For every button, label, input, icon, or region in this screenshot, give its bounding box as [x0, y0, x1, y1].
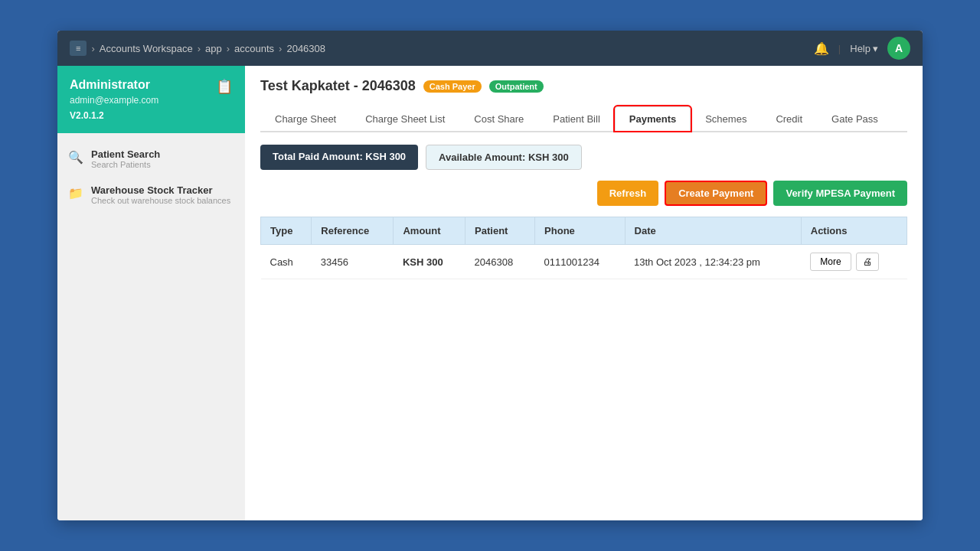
sidebar: Administrator admin@example.com V2.0.1.2…: [57, 66, 245, 520]
available-amount-box: Available Amount: KSH 300: [426, 145, 582, 170]
col-amount: Amount: [394, 217, 466, 245]
tab-gate-pass[interactable]: Gate Pass: [817, 106, 893, 131]
help-chevron: ▾: [873, 43, 878, 54]
badge-outpatient: Outpatient: [489, 80, 544, 93]
table-header-row: Type Reference Amount Patient Phone Date…: [261, 217, 907, 245]
breadcrumb-workspace[interactable]: Accounts Workspace: [100, 43, 193, 54]
col-reference: Reference: [312, 217, 394, 245]
logo[interactable]: ≡: [70, 41, 87, 56]
profile-email: admin@example.com: [70, 95, 158, 106]
tab-charge-sheet[interactable]: Charge Sheet: [260, 106, 351, 131]
more-button[interactable]: More: [810, 253, 851, 271]
nav-right: 🔔 | Help ▾ A: [814, 37, 910, 60]
print-button[interactable]: 🖨: [856, 253, 879, 271]
profile-name: Administrator: [70, 78, 158, 92]
tab-schemes[interactable]: Schemes: [691, 106, 761, 131]
create-payment-button[interactable]: Create Payment: [665, 181, 767, 206]
verify-mpesa-button[interactable]: Verify MPESA Payment: [773, 181, 907, 206]
cell-amount: KSH 300: [394, 245, 466, 279]
total-paid-label: Total Paid Amount:: [273, 151, 363, 162]
available-amount: KSH 300: [528, 152, 569, 163]
sidebar-patient-text: Patient Search Search Patients: [91, 148, 160, 169]
sidebar-patient-subtitle: Search Patients: [91, 160, 160, 169]
payments-table: Type Reference Amount Patient Phone Date…: [260, 217, 907, 279]
chevron-icon-3: ›: [227, 43, 230, 54]
tabs-container: Charge Sheet Charge Sheet List Cost Shar…: [260, 106, 907, 132]
search-icon: 🔍: [68, 150, 83, 165]
page-header: Test Kapkatet - 2046308 Cash Payer Outpa…: [260, 78, 907, 94]
cell-phone: 0111001234: [535, 245, 625, 279]
sidebar-menu: 🔍 Patient Search Search Patients 📁 Wareh…: [57, 133, 245, 220]
profile-version: V2.0.1.2: [70, 110, 158, 121]
cell-date: 13th Oct 2023 , 12:34:23 pm: [625, 245, 801, 279]
breadcrumb: ≡ › Accounts Workspace › app › accounts …: [70, 41, 325, 56]
tab-patient-bill[interactable]: Patient Bill: [538, 106, 614, 131]
col-actions: Actions: [801, 217, 906, 245]
sidebar-patient-title: Patient Search: [91, 148, 160, 160]
col-phone: Phone: [535, 217, 625, 245]
tab-charge-sheet-list[interactable]: Charge Sheet List: [351, 106, 459, 131]
page-title: Test Kapkatet - 2046308: [260, 78, 416, 94]
nav-divider: |: [838, 43, 841, 54]
help-label: Help: [850, 43, 871, 54]
sidebar-item-patient-search[interactable]: 🔍 Patient Search Search Patients: [57, 141, 245, 177]
profile-info: Administrator admin@example.com V2.0.1.2: [70, 78, 158, 121]
breadcrumb-accounts[interactable]: accounts: [234, 43, 274, 54]
tab-cost-share[interactable]: Cost Share: [459, 106, 538, 131]
sidebar-warehouse-text: Warehouse Stock Tracker Check out wareho…: [91, 184, 230, 205]
user-avatar[interactable]: A: [887, 37, 910, 60]
available-label: Available Amount:: [439, 152, 525, 163]
actions-cell: More 🖨: [810, 253, 897, 271]
breadcrumb-app[interactable]: app: [205, 43, 222, 54]
sidebar-warehouse-title: Warehouse Stock Tracker: [91, 184, 230, 196]
sidebar-warehouse-subtitle: Check out warehouse stock balances: [91, 196, 230, 205]
tab-credit[interactable]: Credit: [761, 106, 817, 131]
chevron-icon-4: ›: [279, 43, 282, 54]
folder-icon: 📁: [68, 186, 83, 201]
chevron-icon-2: ›: [198, 43, 201, 54]
copy-icon[interactable]: 📋: [216, 78, 233, 95]
refresh-button[interactable]: Refresh: [597, 181, 658, 206]
top-nav: ≡ › Accounts Workspace › app › accounts …: [57, 31, 923, 66]
help-button[interactable]: Help ▾: [850, 43, 878, 54]
cell-reference: 33456: [312, 245, 394, 279]
badge-cash-payer: Cash Payer: [423, 80, 482, 93]
summary-row: Total Paid Amount: KSH 300 Available Amo…: [260, 145, 907, 170]
total-paid-amount: KSH 300: [365, 151, 406, 162]
main-layout: Administrator admin@example.com V2.0.1.2…: [57, 66, 923, 520]
tab-payments[interactable]: Payments: [615, 106, 691, 131]
cell-patient: 2046308: [466, 245, 535, 279]
action-buttons: Refresh Create Payment Verify MPESA Paym…: [260, 181, 907, 206]
amount-bold: KSH 300: [403, 256, 443, 268]
col-patient: Patient: [466, 217, 535, 245]
cell-type: Cash: [261, 245, 312, 279]
col-type: Type: [261, 217, 312, 245]
cell-actions: More 🖨: [801, 245, 906, 279]
table-row: Cash 33456 KSH 300 2046308 0111001234 13…: [261, 245, 907, 279]
sidebar-profile: Administrator admin@example.com V2.0.1.2…: [57, 66, 245, 133]
col-date: Date: [625, 217, 801, 245]
sidebar-item-warehouse[interactable]: 📁 Warehouse Stock Tracker Check out ware…: [57, 177, 245, 213]
total-paid-box: Total Paid Amount: KSH 300: [260, 145, 418, 170]
chevron-icon: ›: [91, 43, 94, 54]
content-area: Test Kapkatet - 2046308 Cash Payer Outpa…: [245, 66, 923, 520]
breadcrumb-id[interactable]: 2046308: [286, 43, 325, 54]
notification-icon[interactable]: 🔔: [814, 41, 829, 56]
